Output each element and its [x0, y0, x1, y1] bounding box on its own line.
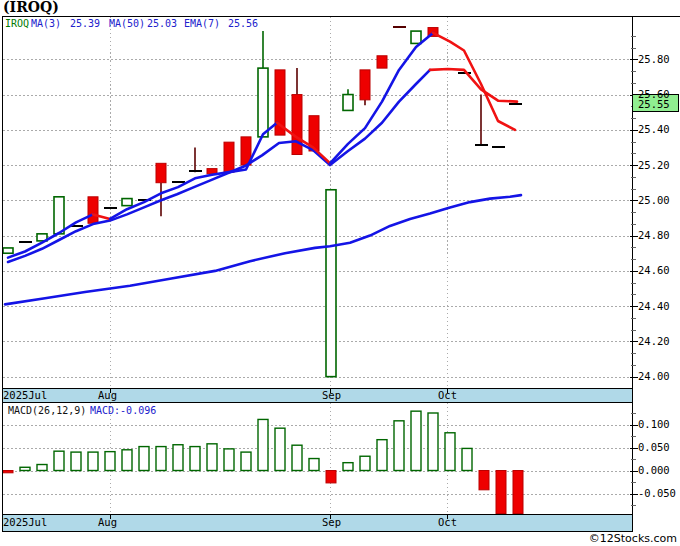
ticker-symbol: IROQ — [5, 17, 29, 30]
legend-ma3-value: 25.39 — [70, 17, 100, 30]
macd-bar-negative — [496, 471, 506, 514]
macd-bar-negative — [326, 471, 336, 483]
macd-bar-positive — [190, 447, 200, 471]
up-candle — [326, 190, 336, 377]
macd-value: MACD:-0.096 — [90, 404, 156, 417]
macd-bar-positive — [445, 433, 455, 471]
month-label: 2025Jul — [3, 516, 47, 529]
month-label: Aug — [98, 516, 117, 529]
macd-bar-positive — [156, 447, 166, 471]
price-axis-label: 24.40 — [638, 300, 670, 313]
price-axis-label: 25.00 — [638, 194, 670, 207]
macd-bar-positive — [343, 463, 353, 471]
macd-bar-positive — [139, 447, 149, 471]
legend-ma50-label: MA(50) — [109, 17, 145, 30]
macd-axis-label: 0.100 — [638, 418, 670, 431]
down-candle — [224, 142, 234, 172]
down-candle — [377, 56, 387, 68]
price-axis-label: 24.00 — [638, 370, 670, 383]
down-candle — [360, 70, 370, 100]
macd-bar-positive — [428, 413, 438, 471]
macd-bar-positive — [241, 452, 251, 470]
macd-bar-negative — [513, 471, 523, 514]
macd-bar-positive — [37, 465, 47, 471]
macd-bar-positive — [360, 456, 370, 470]
macd-bar-positive — [122, 450, 132, 471]
up-candle — [3, 248, 13, 253]
down-candle — [292, 95, 302, 155]
macd-bar-negative — [479, 471, 489, 490]
month-label: Sep — [322, 389, 341, 402]
macd-bar-positive — [224, 449, 234, 471]
ema7-line — [430, 69, 517, 102]
macd-bar-positive — [54, 451, 64, 470]
legend-ma50-value: 25.03 — [147, 17, 177, 30]
up-candle — [122, 199, 132, 206]
price-axis-label: 25.40 — [638, 123, 670, 136]
macd-axis-label: 0.000 — [638, 464, 670, 477]
price-axis-label: 25.80 — [638, 53, 670, 66]
macd-bar-positive — [71, 452, 81, 470]
legend-ema7-value: 25.56 — [228, 17, 258, 30]
macd-bar-positive — [394, 421, 404, 471]
month-label: Oct — [438, 389, 457, 402]
up-candle — [343, 95, 353, 111]
up-candle — [411, 31, 421, 43]
macd-axis-label: 0.050 — [638, 441, 670, 454]
stock-chart: (IROQ) IROQ MA(3) 25.39 MA(50) 25.03 EMA… — [0, 0, 680, 546]
legend-ma3-label: MA(3) — [31, 17, 61, 30]
month-label: Sep — [322, 516, 341, 529]
price-axis-label: 25.20 — [638, 159, 670, 172]
month-label: Oct — [438, 516, 457, 529]
macd-params-label: MACD(26,12,9) — [8, 404, 86, 417]
down-candle — [156, 163, 166, 182]
macd-bar-positive — [207, 444, 217, 471]
up-candle — [258, 68, 268, 137]
watermark: ©12Stocks.com — [589, 532, 677, 546]
down-candle — [88, 197, 98, 223]
price-axis-label: 24.20 — [638, 335, 670, 348]
macd-bar-negative — [3, 471, 13, 473]
ma50-line — [5, 195, 521, 304]
macd-bar-positive — [173, 445, 183, 471]
legend-ema7-label: EMA(7) — [184, 17, 220, 30]
macd-bar-positive — [462, 448, 472, 470]
month-label: Aug — [98, 389, 117, 402]
macd-bar-positive — [411, 411, 421, 470]
macd-bar-positive — [377, 440, 387, 471]
macd-bar-positive — [309, 459, 319, 471]
macd-bar-positive — [275, 428, 285, 470]
price-axis-label: 24.60 — [638, 264, 670, 277]
up-candle — [54, 197, 64, 234]
macd-bar-positive — [105, 452, 115, 471]
macd-bar-positive — [292, 445, 302, 470]
price-axis-label: 25.60 — [638, 88, 670, 101]
macd-axis-label: -0.050 — [638, 487, 676, 500]
macd-bar-positive — [88, 452, 98, 470]
price-axis-label: 24.80 — [638, 229, 670, 242]
macd-bar-positive — [258, 419, 268, 470]
chart-canvas — [0, 0, 680, 546]
macd-bar-positive — [20, 467, 30, 470]
month-label: 2025Jul — [3, 389, 47, 402]
